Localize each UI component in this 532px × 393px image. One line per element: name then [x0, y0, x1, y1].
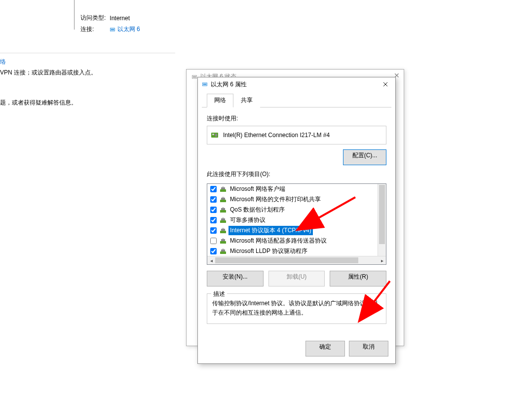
svg-rect-6 — [194, 76, 195, 77]
svg-rect-20 — [222, 197, 224, 198]
protocol-item[interactable]: Microsoft 网络客户端 — [207, 184, 378, 194]
protocol-label: QoS 数据包计划程序 — [228, 205, 286, 214]
protocol-icon — [220, 217, 227, 224]
close-icon — [383, 82, 388, 87]
close-button[interactable] — [378, 78, 393, 90]
svg-rect-27 — [220, 231, 226, 233]
protocol-item[interactable]: Microsoft LLDP 协议驱动程序 — [207, 246, 378, 256]
connect-label: 连接: — [80, 24, 109, 35]
description-text: 传输控制协议/Internet 协议。该协议是默认的广域网络协议，用于在不同的相… — [212, 299, 381, 318]
tab-network[interactable]: 网络 — [207, 94, 233, 107]
connection-link[interactable]: 以太网 6 — [117, 26, 140, 33]
protocol-icon — [220, 238, 227, 245]
protocol-item[interactable]: QoS 数据包计划程序 — [207, 205, 378, 215]
svg-rect-24 — [220, 220, 226, 223]
access-type-label: 访问类型: — [80, 13, 109, 23]
protocol-list[interactable]: Microsoft 网络客户端Microsoft 网络的文件和打印机共享QoS … — [207, 183, 386, 265]
svg-rect-34 — [221, 250, 225, 251]
adapter-name: Intel(R) Ethernet Connection I217-LM #4 — [223, 132, 330, 139]
bg-text-line2: 题，或者获得疑难解答信息。 — [0, 99, 77, 107]
protocol-label: Microsoft 网络的文件和打印机共享 — [228, 195, 322, 204]
svg-rect-35 — [222, 249, 224, 250]
svg-rect-2 — [113, 29, 114, 30]
protocol-label: Microsoft 网络客户端 — [228, 184, 287, 194]
svg-rect-13 — [212, 134, 214, 135]
svg-rect-15 — [220, 189, 226, 192]
ethernet-properties-dialog: 以太网 6 属性 网络 共享 连接时使用: Intel(R) Ethernet … — [197, 77, 396, 364]
protocol-label: Microsoft 网络适配器多路传送器协议 — [228, 236, 328, 246]
protocol-icon — [220, 196, 227, 203]
description-legend: 描述 — [211, 290, 227, 298]
protocol-checkbox[interactable] — [210, 196, 217, 203]
protocol-item[interactable]: Microsoft 网络适配器多路传送器协议 — [207, 236, 378, 246]
svg-rect-5 — [193, 76, 194, 77]
vertical-scrollbar[interactable] — [378, 184, 386, 256]
description-group: 描述 传输控制协议/Internet 协议。该协议是默认的广域网络协议，用于在不… — [207, 293, 386, 324]
svg-rect-26 — [222, 217, 224, 218]
svg-rect-10 — [204, 84, 205, 85]
svg-rect-28 — [221, 229, 225, 231]
section-heading: 络 — [0, 58, 6, 66]
cancel-button[interactable]: 取消 — [349, 341, 388, 357]
svg-rect-17 — [222, 186, 224, 187]
nic-icon — [211, 132, 219, 139]
svg-rect-31 — [221, 239, 225, 241]
ethernet-icon — [191, 74, 197, 80]
items-label: 此连接使用下列项目(O): — [207, 170, 386, 179]
protocol-label: Internet 协议版本 4 (TCP/IPv4) — [228, 226, 313, 235]
protocol-icon — [220, 207, 227, 214]
protocol-item[interactable]: Microsoft 网络的文件和打印机共享 — [207, 194, 378, 205]
protocol-icon — [220, 248, 227, 255]
protocol-checkbox[interactable] — [210, 217, 217, 223]
svg-rect-22 — [221, 208, 225, 210]
scroll-right-icon[interactable]: ▸ — [378, 256, 386, 264]
ok-button[interactable]: 确定 — [305, 341, 345, 357]
protocol-checkbox[interactable] — [210, 227, 217, 234]
protocol-icon — [220, 186, 227, 193]
svg-rect-25 — [221, 218, 225, 220]
svg-rect-32 — [222, 238, 224, 239]
protocol-checkbox[interactable] — [210, 207, 217, 213]
protocol-checkbox[interactable] — [210, 238, 217, 244]
svg-rect-21 — [220, 210, 226, 213]
svg-rect-16 — [221, 187, 225, 189]
svg-rect-23 — [222, 207, 224, 208]
protocol-item[interactable]: 可靠多播协议 — [207, 215, 378, 225]
configure-button[interactable]: 配置(C)... — [343, 149, 386, 165]
connection-summary: 访问类型: Internet 连接: 以太网 6 — [79, 12, 144, 36]
protocol-label: Microsoft LLDP 协议驱动程序 — [228, 247, 309, 256]
scroll-left-icon[interactable]: ◂ — [207, 256, 215, 264]
protocol-icon — [220, 227, 227, 234]
svg-rect-33 — [220, 251, 226, 254]
svg-rect-1 — [111, 29, 112, 30]
tab-bar: 网络 共享 — [202, 93, 391, 107]
install-button[interactable]: 安装(N)... — [207, 271, 264, 286]
svg-rect-11 — [206, 84, 207, 85]
svg-rect-14 — [215, 134, 217, 137]
ethernet-icon — [202, 81, 208, 87]
svg-rect-9 — [203, 84, 204, 85]
dialog-title: 以太网 6 属性 — [211, 80, 247, 89]
adapter-display: Intel(R) Ethernet Connection I217-LM #4 — [207, 126, 386, 144]
svg-rect-7 — [195, 76, 196, 77]
svg-rect-3 — [114, 29, 114, 30]
access-type-value: Internet — [110, 13, 143, 23]
divider — [74, 0, 75, 30]
titlebar[interactable]: 以太网 6 属性 — [198, 77, 395, 91]
properties-button[interactable]: 属性(R) — [330, 271, 386, 286]
tab-share[interactable]: 共享 — [233, 94, 260, 107]
protocol-checkbox[interactable] — [210, 186, 217, 192]
svg-rect-18 — [220, 200, 226, 202]
connect-using-label: 连接时使用: — [207, 114, 386, 123]
protocol-label: 可靠多播协议 — [228, 215, 267, 225]
svg-rect-19 — [221, 198, 225, 200]
svg-rect-30 — [220, 241, 226, 244]
protocol-checkbox[interactable] — [210, 248, 217, 254]
bg-text-line1: VPN 连接；或设置路由器或接入点。 — [0, 69, 97, 77]
protocol-item[interactable]: Internet 协议版本 4 (TCP/IPv4) — [207, 225, 378, 236]
separator — [0, 53, 175, 53]
horizontal-scrollbar[interactable]: ◂ ▸ — [207, 256, 386, 264]
svg-rect-29 — [222, 228, 224, 229]
ethernet-icon — [110, 27, 115, 33]
uninstall-button: 卸载(U) — [268, 271, 325, 286]
